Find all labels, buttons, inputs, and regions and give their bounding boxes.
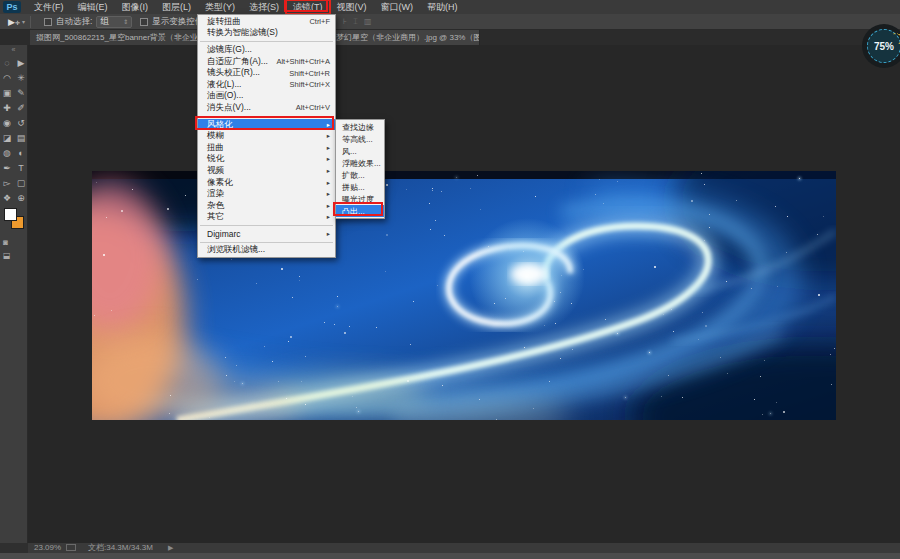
star: [760, 376, 761, 377]
filter-menu-item-other[interactable]: 其它▸: [198, 212, 335, 224]
filter-menu-item-lens-correction[interactable]: 镜头校正(R)...Shift+Ctrl+R: [198, 67, 335, 79]
show-transform-checkbox[interactable]: [140, 18, 148, 26]
chevron-down-icon[interactable]: ▾: [22, 18, 25, 25]
document-tab-active[interactable]: 梦幻星空（非企业商用）.jpg @ 33%（图层 1 拷贝 16, RGB/8）…: [330, 30, 480, 45]
menu-filter[interactable]: 滤镜(T): [286, 0, 330, 14]
filter-menu-item-noise[interactable]: 杂色▸: [198, 200, 335, 212]
filter-menu-item-sharpen[interactable]: 锐化▸: [198, 154, 335, 166]
screen-mode-icon[interactable]: ⬓: [3, 251, 11, 260]
status-flyout-icon[interactable]: ▶: [168, 543, 173, 553]
stylize-item-emboss[interactable]: 浮雕效果...: [336, 157, 384, 169]
star: [301, 381, 302, 382]
star: [727, 373, 728, 374]
filter-menu-item-vanishing-point[interactable]: 消失点(V)...Alt+Ctrl+V: [198, 102, 335, 114]
marquee-tool-icon[interactable]: ◌: [0, 55, 14, 70]
menu-view[interactable]: 视图(V): [330, 0, 374, 14]
star: [572, 349, 573, 350]
menu-item-label: 自适应广角(A)...: [207, 56, 268, 68]
star: [533, 408, 534, 409]
type-tool-icon[interactable]: T: [14, 160, 28, 175]
move-tool-icon[interactable]: ▶✛: [8, 17, 20, 27]
star: [479, 399, 480, 400]
filter-menu-item-convert-smart-filters[interactable]: 转换为智能滤镜(S): [198, 28, 335, 40]
stylize-item-trace-contour[interactable]: 等高线...: [336, 133, 384, 145]
filter-menu-item-oil-paint[interactable]: 油画(O)...: [198, 91, 335, 103]
auto-select-dropdown[interactable]: 组 ⇕: [96, 16, 132, 28]
filter-menu-item-filter-gallery[interactable]: 滤镜库(G)...: [198, 44, 335, 56]
document-tab-bar: 摄图网_500862215_星空banner背景（非企业商用） 梦幻星空（非企业…: [0, 30, 900, 45]
history-brush-tool-icon[interactable]: ↺: [14, 115, 28, 130]
star: [817, 234, 818, 235]
quick-mask-icon[interactable]: ◙: [3, 238, 8, 247]
menu-help[interactable]: 帮助(H): [420, 0, 465, 14]
menu-select[interactable]: 选择(S): [242, 0, 286, 14]
filter-menu-item-last-filter[interactable]: 旋转扭曲Ctrl+F: [198, 16, 335, 28]
star: [583, 269, 584, 270]
filter-menu-item-adaptive-wide-angle[interactable]: 自适应广角(A)...Alt+Shift+Ctrl+A: [198, 56, 335, 68]
filter-menu-item-render[interactable]: 渲染▸: [198, 188, 335, 200]
align-center-icon[interactable]: ⌶: [353, 17, 358, 27]
blur-tool-icon[interactable]: ◍: [0, 145, 14, 160]
auto-select-checkbox[interactable]: [44, 18, 52, 26]
stylize-item-tiles[interactable]: 拼贴...: [336, 181, 384, 193]
star: [349, 326, 350, 327]
star: [764, 360, 765, 361]
filter-menu-item-liquify[interactable]: 液化(L)...Shift+Ctrl+X: [198, 79, 335, 91]
gradient-tool-icon[interactable]: ▤: [14, 130, 28, 145]
star: [432, 188, 433, 189]
foreground-color-swatch[interactable]: [4, 208, 17, 221]
lasso-tool-icon[interactable]: ◠: [0, 70, 14, 85]
filter-menu-item-digimarc[interactable]: Digimarc▸: [198, 228, 335, 240]
stylize-item-find-edges[interactable]: 查找边缘: [336, 121, 384, 133]
filter-menu-item-distort[interactable]: 扭曲▸: [198, 142, 335, 154]
menu-image[interactable]: 图像(I): [115, 0, 156, 14]
align-distribute-icons: ⊦ ⌶ ▥: [340, 17, 375, 27]
star: [96, 182, 97, 183]
crop-tool-icon[interactable]: ▣: [0, 85, 14, 100]
zoom-tool-icon[interactable]: ⊕: [14, 190, 28, 205]
status-bar-corner: [0, 543, 28, 553]
collapse-panel-icon[interactable]: «: [0, 45, 27, 55]
star: [234, 381, 235, 382]
stylize-item-wind[interactable]: 风...: [336, 145, 384, 157]
align-left-icon[interactable]: ⊦: [343, 17, 347, 27]
star: [571, 303, 572, 304]
zoom-level-field[interactable]: 23.09%: [34, 543, 61, 553]
menu-file[interactable]: 文件(F): [27, 0, 71, 14]
filter-menu-item-pixelate[interactable]: 像素化▸: [198, 177, 335, 189]
star: [444, 235, 445, 236]
menu-window[interactable]: 窗口(W): [374, 0, 421, 14]
hand-tool-icon[interactable]: ❖: [0, 190, 14, 205]
move-tool-icon[interactable]: ▶: [14, 55, 28, 70]
star: [555, 323, 556, 324]
tool-options-bar: ▶✛ ▾ 自动选择: 组 ⇕ 显示变换控件 ⊦ ⌶ ▥: [0, 14, 900, 30]
menu-item-label: 锐化: [207, 153, 224, 165]
brush-tool-icon[interactable]: ✐: [14, 100, 28, 115]
path-select-tool-icon[interactable]: ▻: [0, 175, 14, 190]
filter-menu-item-blur[interactable]: 模糊▸: [198, 130, 335, 142]
stylize-item-solarize[interactable]: 曝光过度: [336, 193, 384, 205]
menu-layer[interactable]: 图层(L): [155, 0, 198, 14]
star: [704, 240, 705, 241]
filter-menu-item-browse-filters-online[interactable]: 浏览联机滤镜...: [198, 245, 335, 257]
eyedropper-tool-icon[interactable]: ✎: [14, 85, 28, 100]
stylize-item-diffuse[interactable]: 扩散...: [336, 169, 384, 181]
pen-tool-icon[interactable]: ✒: [0, 160, 14, 175]
distribute-icon[interactable]: ▥: [364, 17, 372, 27]
menu-item-label: Digimarc: [207, 229, 241, 239]
show-transform-label: 显示变换控件: [152, 16, 203, 28]
eraser-tool-icon[interactable]: ◪: [0, 130, 14, 145]
shape-tool-icon[interactable]: ▢: [14, 175, 28, 190]
filter-menu-item-video[interactable]: 视频▸: [198, 165, 335, 177]
star: [406, 189, 407, 190]
dodge-tool-icon[interactable]: ◐: [14, 145, 28, 160]
filter-menu-item-stylize[interactable]: 风格化▸: [198, 119, 335, 131]
stylize-item-extrude[interactable]: 凸出...: [336, 205, 384, 217]
auto-select-label: 自动选择:: [56, 16, 92, 28]
healing-brush-tool-icon[interactable]: ✚: [0, 100, 14, 115]
menu-type[interactable]: 类型(Y): [198, 0, 242, 14]
menu-edit[interactable]: 编辑(E): [71, 0, 115, 14]
star: [823, 216, 824, 217]
clone-stamp-tool-icon[interactable]: ◉: [0, 115, 14, 130]
magic-wand-tool-icon[interactable]: ✳: [14, 70, 28, 85]
